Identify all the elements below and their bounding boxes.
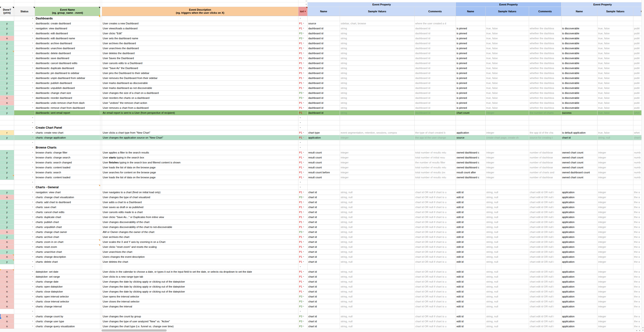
cell-prop2-name[interactable]: is pinned — [456, 66, 486, 71]
dropdown-arrow-icon[interactable]: ▾ — [303, 23, 304, 24]
dropdown-arrow-icon[interactable]: ▾ — [32, 310, 33, 312]
cell-prop2-comments[interactable]: whether the dashboa — [529, 41, 562, 46]
column-header-prop3-sample[interactable]: Sample Values — [598, 7, 634, 16]
cell-prop2-sample[interactable]: true, false — [486, 100, 529, 105]
cell-prop1-name[interactable]: chart id — [308, 269, 340, 274]
cell-prop1-comments[interactable] — [414, 115, 456, 120]
cell-prop3-sample[interactable]: integer — [598, 254, 634, 259]
cell-event-name[interactable]: dashboards: archive dashboard — [35, 41, 100, 46]
cell-status[interactable]: ▾ — [14, 100, 35, 105]
cell-prop1-sample[interactable] — [340, 180, 414, 185]
cell-prop3-sample[interactable]: true, false — [598, 26, 634, 31]
cell-event-description[interactable]: User cancels edits made to a chart — [102, 210, 298, 215]
dropdown-arrow-icon[interactable]: ▾ — [303, 320, 304, 322]
cell-priority[interactable]: P1▾ — [298, 105, 308, 110]
cell-event-description[interactable]: User cancels edits to a Dashboard — [102, 61, 298, 66]
cell-prop3-name[interactable]: application — [562, 319, 598, 324]
cell-priority[interactable]: P1▾ — [298, 200, 308, 205]
dropdown-arrow-icon[interactable]: ▾ — [32, 325, 33, 327]
cell-prop1-sample[interactable]: string, null — [340, 230, 414, 235]
dropdown-arrow-icon[interactable]: ▾ — [32, 216, 33, 218]
cell-event-name[interactable]: charts: open datepicker — [35, 284, 100, 289]
cell-prop1-sample[interactable]: sidebar, chart, browse — [340, 21, 414, 26]
cell-prop2-sample[interactable] — [486, 16, 529, 21]
cell-prop1-sample[interactable]: string, null — [340, 269, 414, 274]
cell-status[interactable]: ▾ — [14, 254, 35, 259]
cell-prop1-comments[interactable]: dashboard id — [414, 66, 456, 71]
dropdown-arrow-icon[interactable]: ▾ — [32, 82, 33, 84]
cell-priority[interactable]: P1▾ — [298, 41, 308, 46]
cell-priority[interactable]: P3▾ — [298, 91, 308, 96]
dropdown-arrow-icon[interactable]: ▾ — [303, 137, 304, 138]
cell-prop3-name[interactable]: application — [562, 324, 598, 329]
cell-done[interactable]: y — [0, 71, 14, 76]
cell-prop1-comments[interactable]: dashboard id — [414, 56, 456, 61]
cell-prop3-sample[interactable]: integer — [598, 175, 634, 180]
cell-prop2-sample[interactable]: string, null — [486, 259, 529, 264]
column-header-event-description[interactable]: Event Description (eg. triggers when the… — [102, 7, 298, 16]
dropdown-arrow-icon[interactable]: ▾ — [303, 221, 304, 223]
cell-prop1-name[interactable]: chart id — [308, 279, 340, 284]
cell-prop2-sample[interactable] — [486, 21, 529, 26]
cell-prop3-sample[interactable]: integer — [598, 240, 634, 245]
cell-prop1-name[interactable] — [308, 185, 340, 190]
cell-prop2-name[interactable]: is pinned — [456, 46, 486, 51]
cell-spacer[interactable] — [100, 215, 102, 220]
cell-prop2-name[interactable]: owned dashboard c — [456, 155, 486, 160]
cell[interactable] — [308, 0, 644, 2]
cell-prop2-comments[interactable]: chart edit id OR null i — [529, 324, 562, 329]
cell-spacer[interactable] — [100, 155, 102, 160]
cell-prop1-comments[interactable]: chart id OR null if chart is u — [414, 299, 456, 304]
cell-prop3-sample[interactable]: integer — [598, 299, 634, 304]
dropdown-arrow-icon[interactable]: ▾ — [32, 28, 33, 29]
dropdown-arrow-icon[interactable]: ▾ — [303, 97, 304, 99]
cell-spacer[interactable] — [100, 319, 102, 324]
cell-event-name[interactable]: charts: cancel chart edits — [35, 210, 100, 215]
cell-status[interactable]: ▾ — [14, 135, 35, 140]
cell-prop2-sample[interactable]: string, null — [486, 304, 529, 309]
cell-done[interactable]: y — [0, 81, 14, 86]
cell-prop1-name[interactable]: dashboard id — [308, 110, 340, 115]
cell-done[interactable]: n — [0, 96, 14, 100]
cell-prop1-name[interactable]: chart id — [308, 190, 340, 195]
cell-prop3-sample[interactable]: string, null — [598, 135, 634, 140]
cell-prop2-sample[interactable]: string, null — [486, 200, 529, 205]
cell-status[interactable]: ▾ — [14, 309, 35, 314]
column-header-prop1-sample[interactable]: Sample Values — [340, 7, 414, 16]
cell-prop1-sample[interactable]: string — [340, 51, 414, 56]
cell-prop3-name[interactable]: application — [562, 210, 598, 215]
cell-spacer[interactable] — [100, 294, 102, 299]
cell-prop2-name[interactable]: is pinned — [456, 105, 486, 110]
dropdown-arrow-icon[interactable]: ▾ — [32, 87, 33, 89]
dropdown-arrow-icon[interactable]: ▾ — [32, 18, 33, 19]
cell-prop1-comments[interactable]: chart id OR null if chart is u — [414, 304, 456, 309]
cell-prop3-name[interactable]: application — [562, 200, 598, 205]
dropdown-arrow-icon[interactable]: ▾ — [32, 32, 33, 34]
cell-spacer[interactable] — [100, 259, 102, 264]
section-title[interactable]: Charts - General — [35, 185, 100, 190]
cell-prop2-comments[interactable] — [529, 120, 562, 125]
cell-priority-filter[interactable]: ▾ — [298, 0, 308, 2]
cell-event-description[interactable]: User deletes the chart — [102, 259, 298, 264]
cell-spacer[interactable] — [100, 115, 102, 120]
cell-prop2-name[interactable]: edit id — [456, 245, 486, 249]
cell[interactable] — [35, 2, 100, 7]
cell-prop2-comments[interactable]: chart edit id OR null i — [529, 254, 562, 259]
cell-prop1-comments[interactable]: dashboard id — [414, 41, 456, 46]
cell-done[interactable]: y — [0, 86, 14, 91]
cell-prop1-comments[interactable]: dashboard id — [414, 61, 456, 66]
dropdown-arrow-icon[interactable]: ▾ — [303, 325, 304, 327]
cell-priority[interactable]: P1▾ — [298, 155, 308, 160]
cell-prop3-sample[interactable]: true, false — [598, 36, 634, 41]
cell-spacer[interactable] — [100, 220, 102, 225]
cell-done[interactable]: y — [0, 51, 14, 56]
cell-prop3-name[interactable]: application — [562, 259, 598, 264]
cell-status[interactable]: ▾ — [14, 41, 35, 46]
cell-prop1-comments[interactable]: dashboard id — [414, 26, 456, 31]
cell-prop2-name[interactable]: owned dashboard c — [456, 150, 486, 155]
dropdown-arrow-icon[interactable]: ▾ — [32, 137, 33, 138]
cell-prop1-name[interactable]: chart id — [308, 254, 340, 259]
cell-prop2-name[interactable]: edit id — [456, 235, 486, 240]
cell-prop2-name[interactable] — [456, 180, 486, 185]
cell-spacer[interactable] — [100, 76, 102, 81]
